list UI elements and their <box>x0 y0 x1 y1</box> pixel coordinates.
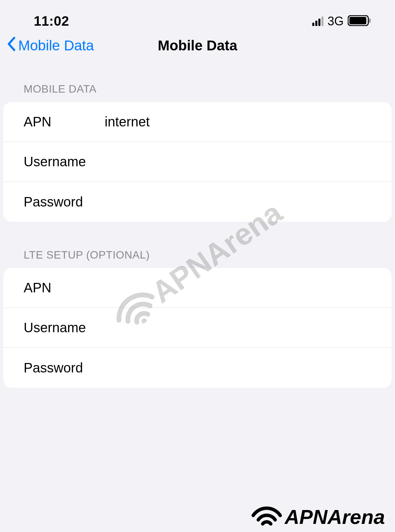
input-lte-username[interactable] <box>105 320 371 335</box>
label-lte-apn: APN <box>24 280 105 295</box>
content-area: MOBILE DATA APN Username Password LTE SE… <box>0 59 395 388</box>
input-lte-apn[interactable] <box>105 280 371 295</box>
row-lte-apn[interactable]: APN <box>3 268 392 308</box>
status-time: 11:02 <box>34 14 69 29</box>
page-title: Mobile Data <box>158 38 237 54</box>
brand-text: APNArena <box>285 505 385 529</box>
row-password[interactable]: Password <box>3 182 392 222</box>
label-username: Username <box>24 154 105 169</box>
label-apn: APN <box>24 114 105 129</box>
input-username[interactable] <box>105 154 371 169</box>
back-button[interactable]: Mobile Data <box>7 37 94 55</box>
row-username[interactable]: Username <box>3 142 392 182</box>
input-lte-password[interactable] <box>105 360 371 376</box>
section-group-lte-setup: APN Username Password <box>3 268 392 388</box>
status-bar: 11:02 3G <box>0 0 395 35</box>
row-apn[interactable]: APN <box>3 102 392 142</box>
input-apn[interactable] <box>105 114 371 129</box>
svg-rect-2 <box>369 19 371 23</box>
wifi-icon <box>252 505 282 529</box>
section-header-mobile-data: MOBILE DATA <box>3 79 392 102</box>
cellular-signal-icon <box>312 17 323 26</box>
battery-icon <box>348 15 371 27</box>
navigation-bar: Mobile Data Mobile Data <box>0 35 395 59</box>
chevron-left-icon <box>7 37 16 55</box>
row-lte-password[interactable]: Password <box>3 348 392 388</box>
input-password[interactable] <box>105 194 371 210</box>
label-lte-username: Username <box>24 320 105 335</box>
back-label: Mobile Data <box>18 38 94 54</box>
brand-logo: APNArena <box>252 505 385 529</box>
label-lte-password: Password <box>24 360 105 376</box>
section-header-lte-setup: LTE SETUP (OPTIONAL) <box>3 245 392 268</box>
status-indicators: 3G <box>312 14 371 28</box>
section-group-mobile-data: APN Username Password <box>3 102 392 222</box>
row-lte-username[interactable]: Username <box>3 308 392 348</box>
label-password: Password <box>24 194 105 210</box>
svg-rect-1 <box>349 17 366 24</box>
network-type-label: 3G <box>327 14 344 28</box>
